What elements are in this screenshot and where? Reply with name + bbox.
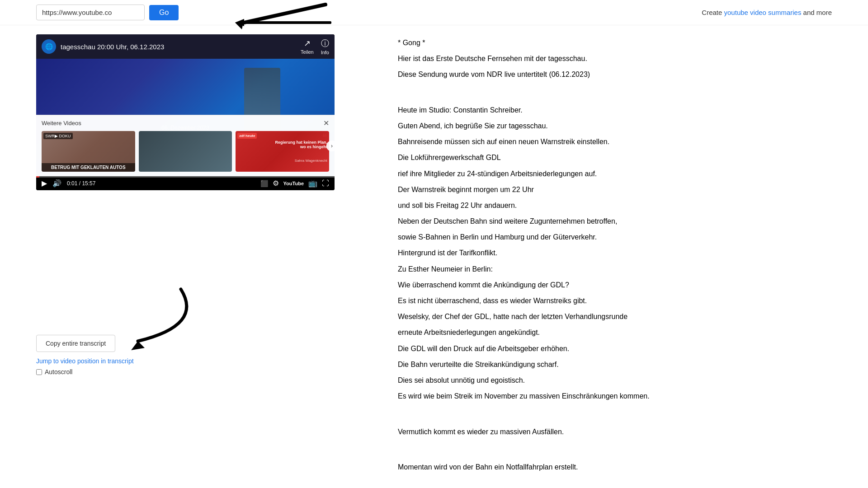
info-icon: ⓘ <box>321 38 329 49</box>
transcript-line: Neben der Deutschen Bahn sind weitere Zu… <box>398 215 832 227</box>
volume-button[interactable]: 🔊 <box>52 179 61 188</box>
thumb1-label: BETRUG MIT GEKLAUTEN AUTOS <box>42 163 135 172</box>
video-player[interactable]: 🌐 tagesschau 20:00 Uhr, 06.12.2023 ↗ Tei… <box>36 34 335 190</box>
thumb1-badge: SWR▶ DOKU <box>43 133 73 139</box>
promo-link[interactable]: youtube video summaries <box>724 9 802 16</box>
weitere-videos-grid: SWR▶ DOKU BETRUG MIT GEKLAUTEN AUTOS zdf… <box>36 131 335 176</box>
transcript-line <box>398 406 832 418</box>
transcript-line <box>398 84 832 97</box>
transcript-line: Hier ist das Erste Deutsche Fernsehen mi… <box>398 52 832 65</box>
url-input[interactable] <box>36 5 145 20</box>
autoscroll-label: Autoscroll <box>45 368 72 375</box>
fullscreen-icon[interactable]: ⛶ <box>322 179 329 188</box>
progress-fill <box>36 176 39 178</box>
transcript-line: Der Warnstreik beginnt morgen um 22 Uhr <box>398 183 832 196</box>
transcript-line: Wie überraschend kommt die Ankündigung d… <box>398 279 832 291</box>
transcript-line: erneute Arbeitsniederlegungen angekündig… <box>398 326 832 338</box>
go-button[interactable]: Go <box>149 5 179 20</box>
video-controls: ▶ 🔊 0:01 / 15:57 ⬛ ⚙ YouTube 📺 ⛶ <box>36 176 335 190</box>
video-content: 06. Dezember 2023 19:59:58 Weitere Video… <box>36 59 335 176</box>
subtitles-icon[interactable]: ⬛ <box>260 180 268 187</box>
transcript-line: rief ihre Mitglieder zu 24-stündigen Arb… <box>398 168 832 180</box>
promo-text: Create youtube video summaries and more <box>702 9 832 16</box>
transcript-line: Dies sei absolut unnötig und egoistisch. <box>398 374 832 386</box>
play-button[interactable]: ▶ <box>42 179 47 188</box>
transcript-line: Zu Esther Neumeier in Berlin: <box>398 263 832 275</box>
right-panel: * Gong *Hier ist das Erste Deutsche Fern… <box>398 34 832 477</box>
video-top-actions: ↗ Teilen ⓘ Info <box>301 38 329 55</box>
zdf-logo: zdf heute <box>237 133 257 139</box>
transcript-line: Heute im Studio: Constantin Schreiber. <box>398 104 832 116</box>
weitere-videos-header: Weitere Videos ✕ <box>36 115 335 131</box>
below-video-section: Copy entire transcript Jump to video pos… <box>36 326 380 375</box>
next-thumb-arrow[interactable]: › <box>326 141 335 151</box>
transcript-line: Bahnreisende müssen sich auf einen neuen… <box>398 136 832 148</box>
video-top-bar: 🌐 tagesschau 20:00 Uhr, 06.12.2023 ↗ Tei… <box>36 34 335 59</box>
transcript-line: und soll bis Freitag 22 Uhr andauern. <box>398 199 832 211</box>
jump-to-position-link[interactable]: Jump to video position in transcript <box>36 357 380 365</box>
ctrl-icons: ⬛ ⚙ YouTube 📺 ⛶ <box>260 179 329 188</box>
video-title: tagesschau 20:00 Uhr, 06.12.2023 <box>61 43 164 51</box>
transcript-line: Momentan wird von der Bahn ein Notfallfa… <box>398 461 832 473</box>
transcript-line: * Gong * <box>398 37 832 49</box>
share-button[interactable]: ↗ Teilen <box>301 38 314 55</box>
recommended-thumb-2[interactable] <box>139 131 232 172</box>
transcript-line: Hintergrund ist der Tarifkonflikt. <box>398 247 832 259</box>
time-display: 0:01 / 15:57 <box>67 180 95 187</box>
transcript-line <box>398 441 832 454</box>
quote-text: Regierung hat keinen Plan, wo es hingeht <box>273 140 327 149</box>
header: Go Create youtube video summaries and mo… <box>0 0 868 25</box>
recommended-thumb-3[interactable]: zdf heute ❝ Regierung hat keinen Plan, w… <box>236 131 329 172</box>
copy-transcript-button[interactable]: Copy entire transcript <box>36 335 115 352</box>
youtube-logo: YouTube <box>283 181 304 186</box>
transcript-line: Es wird wie beim Streik im November zu m… <box>398 390 832 402</box>
transcript-line: Es ist nicht überraschend, dass es wiede… <box>398 295 832 307</box>
transcript-line: Diese Sendung wurde vom NDR live unterti… <box>398 68 832 80</box>
person-name: Sahra Wagenknecht <box>295 159 327 163</box>
info-button[interactable]: ⓘ Info <box>321 38 329 55</box>
progress-bar[interactable] <box>36 176 335 178</box>
autoscroll-checkbox[interactable] <box>36 369 42 375</box>
autoscroll-row: Autoscroll <box>36 368 380 375</box>
video-title-row: 🌐 tagesschau 20:00 Uhr, 06.12.2023 <box>42 39 164 54</box>
share-icon: ↗ <box>304 38 311 48</box>
left-panel: 🌐 tagesschau 20:00 Uhr, 06.12.2023 ↗ Tei… <box>36 34 380 477</box>
transcript-line: Weselsky, der Chef der GDL, hatte nach d… <box>398 310 832 323</box>
main-content: 🌐 tagesschau 20:00 Uhr, 06.12.2023 ↗ Tei… <box>0 25 868 486</box>
transcript-line: Die Bahn verurteilte die Streikankündigu… <box>398 358 832 371</box>
transcript-line: Die Lokführergewerkschaft GDL <box>398 151 832 164</box>
transcript-text: * Gong *Hier ist das Erste Deutsche Fern… <box>398 37 832 473</box>
channel-icon: 🌐 <box>42 39 56 54</box>
transcript-line: Vermutlich kommt es wieder zu massiven A… <box>398 426 832 438</box>
cast-icon[interactable]: 📺 <box>308 179 317 188</box>
transcript-line: sowie S-Bahnen in Berlin und Hamburg und… <box>398 231 832 243</box>
close-weitere-videos[interactable]: ✕ <box>323 119 329 127</box>
settings-icon[interactable]: ⚙ <box>273 179 279 188</box>
weitere-videos-panel: Weitere Videos ✕ SWR▶ DOKU BETRUG MIT GE… <box>36 115 335 176</box>
transcript-line: Guten Abend, ich begrüße Sie zur tagessc… <box>398 120 832 132</box>
recommended-thumb-1[interactable]: SWR▶ DOKU BETRUG MIT GEKLAUTEN AUTOS <box>42 131 135 172</box>
transcript-line: Die GDL will den Druck auf die Arbeitsge… <box>398 343 832 355</box>
